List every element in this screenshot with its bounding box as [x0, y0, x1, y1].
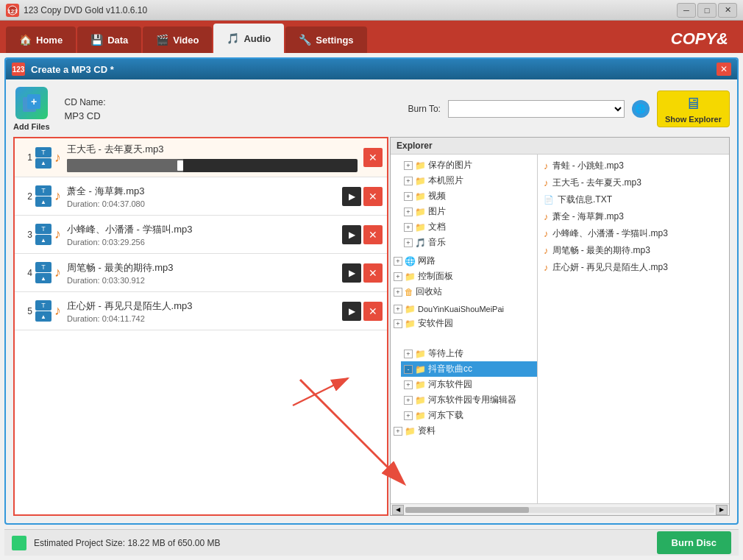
minimize-button[interactable]: ─	[677, 3, 696, 18]
track-delete-button[interactable]: ✕	[363, 302, 383, 321]
track-up-button[interactable]: ▲	[35, 311, 51, 322]
scroll-left-button[interactable]: ◀	[392, 505, 404, 515]
tree-label: 资料	[418, 425, 436, 437]
track-controls-top: T ▲	[35, 300, 51, 322]
expand-icon[interactable]: +	[394, 305, 402, 313]
tree-item-hedong[interactable]: + 📁 河东软件园	[401, 377, 537, 392]
track-delete-button[interactable]: ✕	[363, 187, 383, 206]
file-item[interactable]: ♪ 王大毛 - 去年夏天.mp3	[538, 174, 729, 191]
music-file-icon: ♪	[544, 160, 549, 171]
tree-item-douyin[interactable]: + 📁 DouYinKuaiShouMeiPai	[391, 302, 537, 316]
file-item[interactable]: 📄 下载信息.TXT	[538, 191, 729, 208]
tree-item-documents[interactable]: + 📁 文档	[401, 219, 537, 235]
tree-item-sep	[391, 331, 537, 346]
expand-icon[interactable]: +	[394, 288, 402, 297]
tree-item-douyin-songs[interactable]: - 📁 抖音歌曲cc	[401, 361, 537, 377]
scroll-right-button[interactable]: ▶	[716, 505, 728, 515]
track-top-button[interactable]: T	[35, 147, 51, 157]
track-delete-button[interactable]: ✕	[363, 263, 383, 283]
folder-icon: 📁	[405, 304, 416, 314]
expand-icon[interactable]: +	[394, 319, 402, 328]
tab-data[interactable]: 💾 Data	[77, 26, 141, 53]
track-top-button[interactable]: T	[35, 224, 51, 234]
folder-icon: 📁	[415, 349, 426, 359]
expand-icon[interactable]: +	[404, 411, 413, 420]
track-up-button[interactable]: ▲	[35, 158, 51, 169]
horizontal-scrollbar[interactable]: ◀ ▶	[391, 503, 729, 515]
tree-label: 保存的图片	[428, 159, 472, 171]
tree-item-hedong-download[interactable]: + 📁 河东下载	[401, 408, 537, 423]
tree-item-pictures[interactable]: + 📁 图片	[401, 204, 537, 219]
add-files-button[interactable]: + Add Files	[13, 87, 50, 131]
file-item[interactable]: ♪ 庄心妍 - 再见只是陌生人.mp3	[538, 259, 729, 276]
video-icon: 🎬	[156, 34, 168, 46]
tree-item-waiting[interactable]: + 📁 等待上传	[401, 346, 537, 361]
scroll-thumb[interactable]	[405, 507, 529, 513]
txt-file-icon: 📄	[544, 195, 554, 205]
add-files-icon: +	[15, 87, 48, 119]
show-explorer-button[interactable]: 🖥 Show Explorer	[657, 91, 730, 127]
expand-icon[interactable]: +	[404, 177, 413, 185]
tree-item-network[interactable]: + 🌐 网路	[391, 253, 537, 269]
globe-button[interactable]: 🌐	[632, 100, 650, 118]
tree-item-data[interactable]: + 📁 资料	[391, 423, 537, 439]
tab-settings[interactable]: 🔧 Settings	[285, 26, 366, 53]
expand-icon[interactable]: +	[394, 272, 402, 281]
monitor-icon: 🖥	[685, 94, 701, 113]
track-top-button[interactable]: T	[35, 262, 51, 272]
dialog-close-button[interactable]: ✕	[717, 63, 731, 76]
tab-settings-label: Settings	[316, 35, 353, 46]
track-play-button[interactable]: ▶	[342, 302, 361, 321]
track-top-button[interactable]: T	[35, 300, 51, 311]
folder-icon: 🌐	[405, 256, 416, 266]
file-item[interactable]: ♪ 小蜂峰、小潘潘 - 学猫叫.mp3	[538, 225, 729, 242]
tree-item-photos[interactable]: + 📁 本机照片	[401, 173, 537, 188]
track-progress-bar[interactable]	[67, 159, 358, 172]
tree-item-control-panel[interactable]: + 📁 控制面板	[391, 269, 537, 284]
music-note-icon: ♪	[54, 150, 61, 166]
close-button[interactable]: ✕	[718, 3, 737, 18]
tree-item-saved-photos[interactable]: + 📁 保存的图片	[401, 157, 537, 173]
tree-item-video[interactable]: + 📁 视频	[401, 188, 537, 204]
file-item[interactable]: ♪ 萧全 - 海草舞.mp3	[538, 208, 729, 225]
expand-icon[interactable]: +	[404, 396, 413, 405]
track-controls-top: T ▲	[35, 262, 51, 283]
tree-item-hedong-editor[interactable]: + 📁 河东软件园专用编辑器	[401, 392, 537, 408]
track-play-button[interactable]: ▶	[342, 187, 361, 206]
burn-disc-button[interactable]: Burn Disc	[657, 531, 731, 554]
expand-icon[interactable]: +	[404, 223, 413, 232]
track-controls-top: T ▲	[35, 185, 51, 207]
expand-icon[interactable]: +	[404, 192, 413, 201]
tab-audio[interactable]: 🎵 Audio	[213, 24, 284, 53]
track-delete-button[interactable]: ✕	[363, 225, 383, 244]
expand-icon[interactable]: +	[404, 238, 413, 247]
tree-item-music[interactable]: + 🎵 音乐	[401, 235, 537, 250]
folder-icon: 📁	[415, 380, 426, 390]
expand-icon[interactable]: +	[404, 350, 413, 358]
expand-icon[interactable]: +	[404, 208, 413, 216]
expand-icon[interactable]: +	[404, 161, 413, 170]
track-info: 庄心妍 - 再见只是陌生人.mp3 Duration: 0:04:11.742	[67, 300, 336, 323]
file-item[interactable]: ♪ 青蛙 - 小跳蛙.mp3	[538, 157, 729, 174]
track-play-button[interactable]: ▶	[342, 263, 361, 283]
tab-video[interactable]: 🎬 Video	[143, 26, 212, 53]
window-controls: ─ □ ✕	[677, 3, 737, 18]
track-up-button[interactable]: ▲	[35, 196, 51, 207]
track-up-button[interactable]: ▲	[35, 273, 51, 283]
expand-icon[interactable]: -	[404, 365, 413, 374]
music-file-icon: ♪	[544, 245, 549, 256]
tree-item-recycle[interactable]: + 🗑 回收站	[391, 284, 537, 300]
folder-icon: 🗑	[405, 287, 413, 297]
track-top-button[interactable]: T	[35, 185, 51, 196]
track-delete-button[interactable]: ✕	[363, 148, 383, 167]
burn-to-select[interactable]	[448, 100, 625, 118]
track-play-button[interactable]: ▶	[342, 225, 361, 244]
expand-icon[interactable]: +	[394, 427, 402, 436]
expand-icon[interactable]: +	[394, 257, 402, 266]
tab-home[interactable]: 🏠 Home	[6, 26, 76, 53]
track-up-button[interactable]: ▲	[35, 235, 51, 245]
expand-icon[interactable]: +	[404, 380, 413, 389]
maximize-button[interactable]: □	[697, 3, 717, 18]
tree-item-anzuan[interactable]: + 📁 安软件园	[391, 316, 537, 331]
file-item[interactable]: ♪ 周笔畅 - 最美的期待.mp3	[538, 242, 729, 259]
